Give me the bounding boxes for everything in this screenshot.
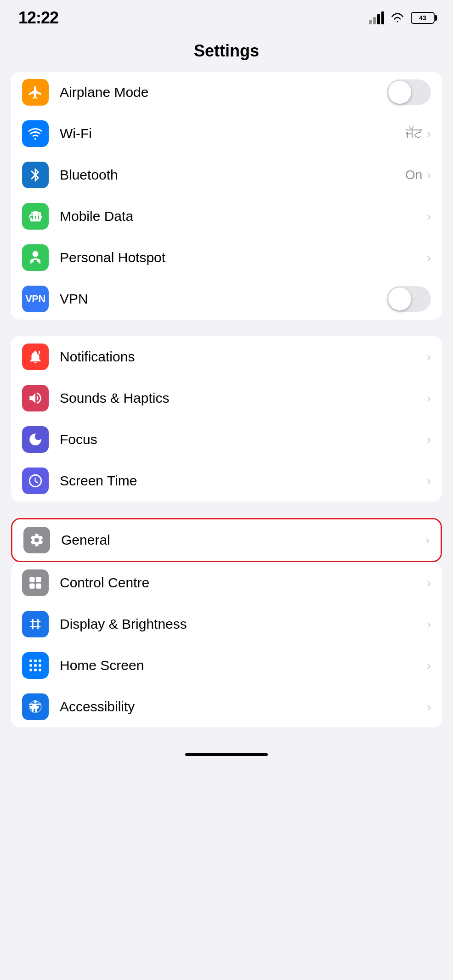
- general-label: General: [61, 532, 425, 548]
- display-brightness-label: Display & Brightness: [60, 616, 427, 632]
- home-screen-chevron-icon: ›: [427, 659, 431, 673]
- svg-rect-21: [34, 669, 37, 671]
- mobile-data-icon: [22, 203, 49, 230]
- notifications-chevron-icon: ›: [427, 350, 431, 364]
- wifi-label: Wi-Fi: [60, 126, 406, 141]
- home-indicator: [0, 744, 453, 760]
- display-brightness-row[interactable]: Display & Brightness ›: [11, 603, 442, 645]
- display-brightness-icon: [22, 611, 49, 637]
- svg-rect-22: [39, 669, 41, 671]
- control-centre-chevron-icon: ›: [427, 576, 431, 590]
- svg-rect-5: [39, 213, 41, 220]
- focus-icon: [22, 426, 49, 453]
- screen-time-row[interactable]: Screen Time ›: [11, 460, 442, 501]
- sounds-haptics-chevron-icon: ›: [427, 391, 431, 406]
- airplane-mode-toggle[interactable]: [387, 79, 431, 105]
- svg-rect-13: [36, 583, 41, 588]
- wifi-chevron-icon: ›: [427, 127, 431, 141]
- sounds-haptics-row[interactable]: Sounds & Haptics ›: [11, 377, 442, 419]
- notifications-label: Notifications: [60, 349, 427, 365]
- wifi-value: ਜੱਟ: [406, 126, 422, 141]
- general-group-highlighted: General ›: [11, 518, 442, 562]
- status-bar: 12:22 43: [0, 0, 453, 32]
- home-bar: [185, 753, 268, 756]
- svg-rect-19: [39, 664, 41, 667]
- notifications-icon: [22, 344, 49, 370]
- status-time: 12:22: [18, 8, 58, 28]
- sounds-haptics-label: Sounds & Haptics: [60, 390, 427, 406]
- battery-indicator: 43: [411, 12, 435, 24]
- display-brightness-chevron-icon: ›: [427, 617, 431, 631]
- personal-hotspot-row[interactable]: Personal Hotspot ›: [11, 237, 442, 278]
- screen-time-label: Screen Time: [60, 473, 427, 489]
- accessibility-label: Accessibility: [60, 699, 427, 715]
- wifi-icon: [22, 120, 49, 147]
- sounds-haptics-icon: [22, 385, 49, 411]
- accessibility-chevron-icon: ›: [427, 700, 431, 714]
- vpn-label: VPN: [60, 291, 387, 307]
- svg-rect-17: [29, 664, 32, 667]
- wifi-status-icon: [390, 11, 405, 24]
- control-centre-icon: [22, 569, 49, 596]
- control-centre-row[interactable]: Control Centre ›: [11, 562, 442, 603]
- svg-rect-9: [39, 353, 40, 354]
- svg-rect-11: [36, 577, 41, 582]
- vpn-row[interactable]: VPN VPN: [11, 278, 442, 320]
- general-row[interactable]: General ›: [12, 519, 441, 561]
- svg-rect-16: [39, 659, 41, 662]
- notifications-row[interactable]: Notifications ›: [11, 336, 442, 377]
- svg-rect-15: [34, 659, 37, 662]
- home-screen-label: Home Screen: [60, 658, 427, 673]
- bluetooth-label: Bluetooth: [60, 167, 405, 183]
- svg-rect-10: [29, 577, 34, 582]
- accessibility-row[interactable]: Accessibility ›: [11, 686, 442, 727]
- vpn-icon: VPN: [22, 286, 49, 312]
- bluetooth-value: On: [405, 168, 422, 182]
- general-chevron-icon: ›: [425, 533, 430, 547]
- svg-rect-18: [34, 664, 37, 667]
- general-icon: [23, 527, 50, 553]
- vpn-toggle[interactable]: [387, 286, 431, 312]
- svg-rect-20: [29, 669, 32, 671]
- mobile-data-chevron-icon: ›: [427, 209, 431, 224]
- focus-row[interactable]: Focus ›: [11, 419, 442, 460]
- status-icons: 43: [369, 11, 435, 24]
- system-group-1: Notifications › Sounds & Haptics › Focus…: [11, 336, 442, 501]
- signal-bars-icon: [369, 11, 384, 24]
- home-screen-icon: [22, 652, 49, 679]
- bluetooth-icon: [22, 162, 49, 188]
- accessibility-icon: [22, 693, 49, 720]
- svg-rect-2: [30, 218, 32, 220]
- svg-rect-12: [29, 583, 34, 588]
- svg-rect-14: [29, 659, 32, 662]
- general-group: General ›: [12, 519, 441, 561]
- screen-time-icon: [22, 467, 49, 494]
- airplane-mode-icon: [22, 79, 49, 106]
- system-group-2: Control Centre › Display & Brightness ›: [11, 562, 442, 727]
- svg-rect-3: [33, 216, 35, 220]
- mobile-data-label: Mobile Data: [60, 208, 427, 224]
- focus-chevron-icon: ›: [427, 433, 431, 447]
- personal-hotspot-chevron-icon: ›: [427, 251, 431, 265]
- home-screen-row[interactable]: Home Screen ›: [11, 645, 442, 686]
- personal-hotspot-icon: [22, 244, 49, 271]
- personal-hotspot-label: Personal Hotspot: [60, 250, 427, 265]
- screen-time-chevron-icon: ›: [427, 474, 431, 488]
- focus-label: Focus: [60, 432, 427, 447]
- airplane-mode-label: Airplane Mode: [60, 84, 387, 100]
- page-title: Settings: [0, 32, 453, 72]
- mobile-data-row[interactable]: Mobile Data ›: [11, 196, 442, 237]
- bluetooth-chevron-icon: ›: [427, 168, 431, 182]
- svg-rect-4: [36, 214, 38, 220]
- airplane-mode-row[interactable]: Airplane Mode: [11, 72, 442, 113]
- connectivity-group: Airplane Mode Wi-Fi ਜੱਟ › Bluetooth On ›: [11, 72, 442, 320]
- control-centre-label: Control Centre: [60, 575, 427, 591]
- bluetooth-row[interactable]: Bluetooth On ›: [11, 154, 442, 196]
- wifi-row[interactable]: Wi-Fi ਜੱਟ ›: [11, 113, 442, 154]
